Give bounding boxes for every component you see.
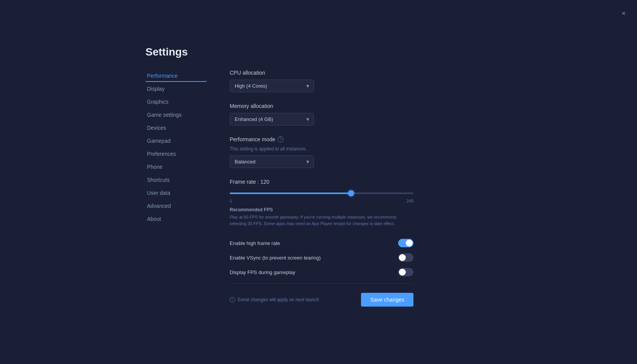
toggle-knob-vsync [399,254,406,261]
toggle-row-vsync: Enable VSync (to prevent screen tearing) [230,250,413,265]
sidebar-item-gamepad[interactable]: Gamepad [145,135,207,147]
sidebar-item-shortcuts[interactable]: Shortcuts [145,174,207,186]
toggle-vsync[interactable] [398,253,413,262]
close-button[interactable]: × [618,8,629,19]
memory-allocation-select[interactable]: Low (1 GB) Medium (2 GB) Enhanced (4 GB)… [230,113,314,126]
toggle-display-fps[interactable] [398,268,413,276]
page-title: Settings [145,46,492,58]
sidebar-item-graphics[interactable]: Graphics [145,96,207,108]
frame-rate-section: Frame rate : 120 1 240 Recommended FPS P… [230,179,413,227]
settings-body: Performance Display Graphics Game settin… [145,70,492,333]
close-icon: × [622,10,626,18]
toggle-label-vsync: Enable VSync (to prevent screen tearing) [230,255,321,261]
sidebar-item-performance[interactable]: Performance [145,70,207,82]
cpu-allocation-select-wrapper: Low (1 Core) Medium (2 Cores) High (4 Co… [230,80,314,92]
toggle-row-high-frame-rate: Enable high frame rate [230,236,413,250]
settings-container: Settings Performance Display Graphics Ga… [145,46,492,333]
sidebar-item-advanced[interactable]: Advanced [145,200,207,212]
performance-mode-sublabel: This setting is applied to all instances… [230,146,413,152]
toggle-label-high-frame-rate: Enable high frame rate [230,240,280,246]
performance-mode-help-icon[interactable]: ? [278,136,284,142]
performance-mode-select[interactable]: Power saving Balanced High performance [230,155,314,168]
memory-allocation-label: Memory allocation [230,103,413,109]
slider-range-labels: 1 240 [230,199,413,203]
toggles-container: Enable high frame rate Enable VSync (to … [230,236,413,279]
save-changes-button[interactable]: Save changes [361,293,413,307]
performance-mode-section: Performance mode ? This setting is appli… [230,136,413,168]
footer-info-icon: i [230,297,235,302]
frame-rate-label: Frame rate : 120 [230,179,413,185]
toggle-label-display-fps: Display FPS during gameplay [230,269,295,275]
toggle-knob-high-frame-rate [406,240,413,246]
footer: i Some changes will apply on next launch… [230,283,413,307]
footer-note: i Some changes will apply on next launch [230,297,319,302]
recommended-fps-title: Recommended FPS [230,207,413,212]
sidebar-item-about[interactable]: About [145,213,207,225]
sidebar-item-devices[interactable]: Devices [145,122,207,134]
toggle-row-display-fps: Display FPS during gameplay [230,265,413,279]
content-area: CPU allocation Low (1 Core) Medium (2 Co… [230,70,413,333]
slider-max-label: 240 [407,199,413,203]
sidebar-item-user-data[interactable]: User data [145,187,207,199]
toggle-high-frame-rate[interactable] [398,239,413,247]
footer-note-text: Some changes will apply on next launch [237,297,319,302]
recommended-fps-text: Play at 60 FPS for smooth gameplay. If y… [230,214,413,227]
cpu-allocation-section: CPU allocation Low (1 Core) Medium (2 Co… [230,70,413,92]
memory-allocation-select-wrapper: Low (1 GB) Medium (2 GB) Enhanced (4 GB)… [230,113,314,126]
frame-rate-slider-container [230,189,413,197]
performance-mode-label: Performance mode ? [230,136,413,142]
performance-mode-select-wrapper: Power saving Balanced High performance ▼ [230,155,314,168]
cpu-allocation-select[interactable]: Low (1 Core) Medium (2 Cores) High (4 Co… [230,80,314,92]
sidebar-item-phone[interactable]: Phone [145,161,207,173]
sidebar-item-game-settings[interactable]: Game settings [145,109,207,121]
cpu-allocation-label: CPU allocation [230,70,413,76]
sidebar: Performance Display Graphics Game settin… [145,70,207,333]
toggle-knob-display-fps [399,269,406,276]
recommended-fps: Recommended FPS Play at 60 FPS for smoot… [230,207,413,227]
sidebar-item-display[interactable]: Display [145,83,207,95]
memory-allocation-section: Memory allocation Low (1 GB) Medium (2 G… [230,103,413,126]
sidebar-item-preferences[interactable]: Preferences [145,148,207,160]
slider-min-label: 1 [230,199,232,203]
